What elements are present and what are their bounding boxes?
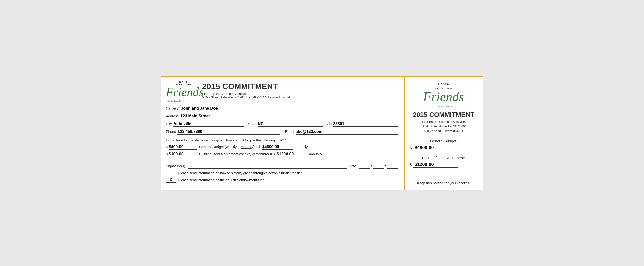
- general-label-start: General Budget (weekly or: [199, 145, 241, 149]
- general-dollar-prefix: $: [166, 145, 168, 149]
- phone-value: 123.456.7890: [177, 129, 280, 135]
- right-i-have: I HAVE: [438, 82, 449, 85]
- right-church-name: First Baptist Church of Asheville: [422, 120, 465, 124]
- date-group: Date / /: [349, 164, 398, 169]
- right-building-label: Building/Debt Retirement:: [410, 156, 478, 160]
- right-building-amount: $1200.00: [413, 162, 458, 168]
- header-title: 2015 COMMITMENT: [202, 82, 290, 91]
- building-row: $ $100.00 Building/Debt Retirement (week…: [166, 152, 398, 157]
- header-church: First Baptist Church of Asheville: [202, 92, 290, 96]
- right-building-dollar: $: [410, 162, 412, 167]
- zip-value: 28801: [333, 122, 398, 127]
- general-annual: $4800.00: [262, 145, 293, 150]
- name-value: John and Jane Doe: [181, 106, 398, 111]
- date-year: [387, 164, 398, 169]
- building-dollar-prefix: $: [166, 152, 168, 156]
- building-annual: $1200.00: [277, 152, 307, 157]
- general-amount: $400.00: [169, 145, 197, 150]
- building-label-start: Building/Debt Retirement (weekly or: [199, 152, 255, 156]
- building-amount: $100.00: [169, 152, 197, 157]
- left-section: I HAVE CALLED YOU Friends Stewardship 20…: [161, 77, 405, 190]
- commitment-text: In gratitude for the life Jesus has give…: [166, 138, 398, 142]
- right-address-line1: 5 Oak Street, Asheville, NC 28801: [421, 125, 467, 128]
- signature-line: [188, 164, 347, 169]
- right-logo-friends: Friends: [423, 90, 464, 103]
- right-title: 2015 COMMITMENT: [413, 111, 474, 119]
- commitment-card: I HAVE CALLED YOU Friends Stewardship 20…: [161, 76, 483, 190]
- state-value: NC: [258, 122, 323, 127]
- zip-label: Zip: [327, 122, 332, 126]
- signature-label: Signature(s): [166, 164, 185, 168]
- eft-text: Please send information on how to simpli…: [178, 171, 303, 175]
- eft-checkbox[interactable]: [166, 173, 176, 173]
- city-state-zip-row: City Asheville State NC Zip 28801: [166, 122, 398, 127]
- right-church: First Baptist Church of Asheville 5 Oak …: [421, 120, 467, 133]
- name-row: Name(s) John and Jane Doe: [166, 106, 398, 111]
- email-value: abc@123.com: [296, 129, 398, 135]
- right-stewardship: Stewardship 2015: [436, 105, 452, 107]
- phone-label: Phone: [166, 130, 176, 134]
- right-called-you: CALLED YOU: [435, 87, 452, 90]
- general-suffix: annually: [295, 145, 308, 149]
- date-label: Date: [349, 164, 356, 168]
- address-label: Address: [166, 114, 179, 118]
- general-monthly: monthly: [241, 145, 253, 149]
- building-label-end: ) = $: [268, 152, 275, 156]
- right-building-amount-row: $ $1200.00: [410, 162, 478, 168]
- right-general-dollar: $: [410, 146, 412, 150]
- date-slash2: /: [385, 164, 386, 168]
- city-label: City: [166, 122, 172, 126]
- header-area: I HAVE CALLED YOU Friends Stewardship 20…: [166, 81, 398, 103]
- state-label: State: [248, 122, 256, 126]
- date-slash1: /: [371, 164, 372, 168]
- phone-email-row: Phone 123.456.7890 Email abc@123.com: [166, 129, 398, 135]
- general-budget-row: $ $400.00 General Budget (weekly or mont…: [166, 145, 398, 150]
- building-suffix: annually: [309, 152, 322, 156]
- address-value: 123 Main Street: [180, 114, 398, 119]
- endowment-text: Please send information on the church's …: [178, 178, 265, 182]
- date-day: [373, 164, 384, 169]
- logo-stewardship-text: Stewardship 2015: [166, 100, 184, 102]
- general-label-end: ) = $: [253, 145, 260, 149]
- endowment-checkbox[interactable]: X: [166, 178, 176, 183]
- right-general-amount-row: $ $4800.00: [410, 145, 478, 151]
- building-monthly: monthly: [255, 152, 268, 156]
- right-general-label: General Budget:: [410, 139, 478, 143]
- logo-friends-text: Friends: [166, 86, 199, 98]
- signature-row: Signature(s) Date / /: [166, 164, 398, 169]
- city-value: Asheville: [173, 122, 244, 127]
- header-text: 2015 COMMITMENT First Baptist Church of …: [202, 81, 290, 99]
- name-label: Name(s): [166, 106, 180, 110]
- eft-row: Please send information on how to simpli…: [166, 171, 398, 175]
- endowment-row: X Please send information on the church'…: [166, 178, 398, 183]
- right-logo-area: I HAVE CALLED YOU Friends Stewardship 20…: [423, 81, 464, 108]
- logo-left: I HAVE CALLED YOU Friends Stewardship 20…: [166, 81, 199, 103]
- address-row: Address 123 Main Street: [166, 114, 398, 119]
- right-section: I HAVE CALLED YOU Friends Stewardship 20…: [405, 77, 483, 190]
- date-month: [359, 164, 370, 169]
- email-label: Email: [285, 130, 294, 134]
- right-keep-text: Keep this portion for your records.: [417, 181, 470, 185]
- right-address-line2: 828.252.4781 - www.fbca.net: [424, 129, 463, 133]
- right-general-amount: $4800.00: [413, 145, 458, 151]
- header-address: 5 Oak Street, Asheville, NC 28801 - 828.…: [202, 96, 290, 99]
